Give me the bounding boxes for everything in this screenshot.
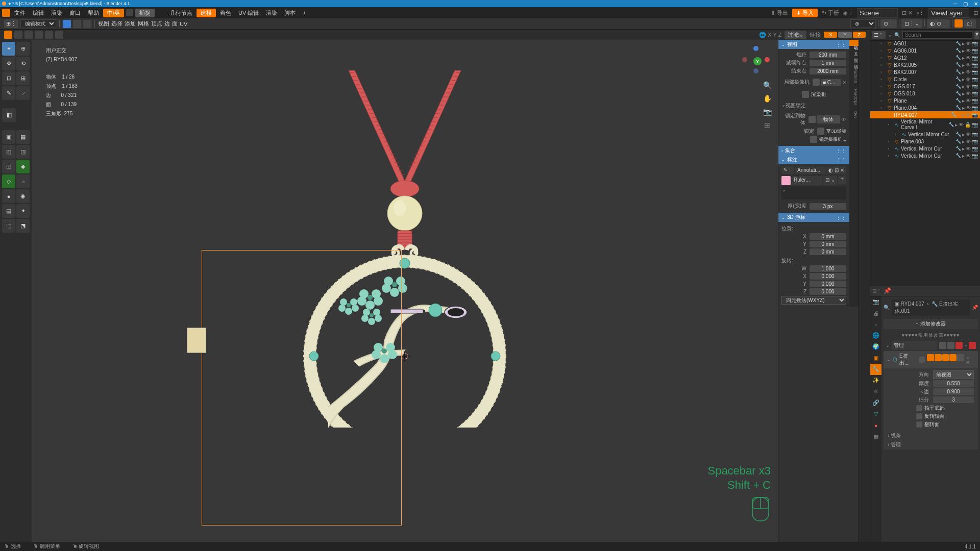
axis-y[interactable]: Y (838, 32, 851, 38)
tab-geo-nodes[interactable]: 几何节点 (167, 8, 195, 18)
orientation-select[interactable]: ⊕ (850, 19, 876, 28)
flip-face-checkbox[interactable] (916, 421, 922, 428)
outliner-item-ogs-017[interactable]: ›▽OGS.017🔧▸👁📷 (870, 83, 980, 90)
vtab-tool[interactable]: 工具 (849, 46, 859, 52)
outliner-item-vertical-mirror-cur[interactable]: ›∿Vertical Mirror Cur🔧▸👁📷 (870, 145, 980, 152)
mod-bevel[interactable]: 0.900 (933, 388, 974, 395)
vtab-mw[interactable]: Machin3 (849, 64, 859, 86)
ptab-viewlayer[interactable]: ▫ (870, 319, 881, 330)
poly-build-tool[interactable]: ◇ (2, 174, 15, 188)
tab-modeling[interactable]: 建模 (197, 9, 216, 17)
scene-input[interactable] (857, 8, 898, 18)
extrude-alt-tool[interactable]: ▦ (16, 130, 30, 144)
gizmo-x[interactable] (765, 57, 770, 62)
cursor-ry[interactable]: 0.000 (810, 281, 846, 287)
mod-link-icon[interactable] (919, 357, 925, 363)
overlay-btn-5[interactable] (45, 31, 53, 39)
gizmo-neg-z[interactable] (753, 68, 758, 73)
gizmo-neg-x[interactable] (742, 57, 747, 62)
mgr-btn-4[interactable] (969, 342, 976, 349)
mgr-btn-3[interactable] (955, 342, 963, 349)
header-face[interactable]: 面 (172, 20, 178, 28)
flat-bottom-checkbox[interactable] (916, 405, 922, 411)
menu-edit[interactable]: 编辑 (30, 8, 47, 18)
props-pin-icon[interactable]: 📌 (884, 287, 891, 294)
vtab-edit[interactable]: 编辑 (849, 58, 859, 64)
viewlayer-new-icon[interactable]: ⊡ (973, 10, 978, 16)
outliner-item-bxk2-007[interactable]: ›▽BXK2.007🔧▸👁📷 (870, 68, 980, 76)
cursor-rx[interactable]: 0.000 (810, 273, 846, 280)
pan-icon[interactable]: ✋ (763, 94, 772, 103)
props-editor-icon[interactable]: ⊡⋮ (872, 288, 881, 294)
menu-file[interactable]: 文件 (11, 8, 29, 18)
overlay-btn-3[interactable] (24, 31, 33, 39)
ptab-material[interactable]: ● (870, 420, 881, 431)
loopcut-tool[interactable]: ◫ (2, 160, 15, 173)
outliner-tree[interactable]: ›▽AG01🔧▸👁📷›▽AG06.001🔧▸👁📷›▽AG12🔧▸👁📷›▽BXK2… (870, 40, 980, 286)
shrink-tool[interactable]: ✦ (16, 204, 30, 218)
lock-3d-cursor-checkbox[interactable] (817, 128, 824, 135)
scale-tool[interactable]: ⊡ (2, 71, 15, 85)
mod-cage-icon[interactable] (949, 354, 957, 361)
collection-panel-header[interactable]: ›集合⋮⋮ (778, 146, 849, 155)
minimize-button[interactable]: ─ (953, 1, 957, 7)
mod-render-icon[interactable] (935, 354, 942, 361)
mod-sub-wireframe[interactable]: › 线条 (884, 431, 978, 440)
focal-length[interactable]: 200 mm (810, 52, 846, 58)
flip-axis-checkbox[interactable] (916, 413, 922, 419)
reference-image[interactable] (187, 328, 206, 353)
local-cam-checkbox[interactable] (813, 79, 820, 86)
cursor-x[interactable]: 0 mm (810, 233, 846, 240)
snap-toggle[interactable]: 捕捉 (135, 9, 155, 17)
outliner-item-vertical-mirror-curve-i[interactable]: ›∿Vertical Mirror Curve I🔧▸👁🔒📷 (870, 118, 980, 131)
ptab-scene[interactable]: 🌐 (870, 330, 881, 341)
header-vertex[interactable]: 顶点 (151, 20, 162, 28)
perspective-toggle-icon[interactable]: ⊞ (763, 120, 772, 130)
overlay-btn-1[interactable] (4, 31, 12, 39)
mod-sub-manage[interactable]: › 管理 (884, 440, 978, 449)
3d-viewport[interactable]: 用户正交 (7) RYD4.007 物体 1 / 26 顶点 1 / 183 边… (32, 40, 778, 542)
scene-icons[interactable]: ⊡ ✕ (902, 10, 913, 16)
mod-menu-icon[interactable]: ⌄ ✕ (966, 354, 975, 365)
rotation-mode-select[interactable]: 四元数法(WXYZ) (781, 296, 846, 305)
filter-button[interactable]: 过滤⌄ (785, 31, 806, 39)
ptab-render[interactable]: 📷 (870, 296, 881, 308)
outliner-item-ryd4-007[interactable]: ›▽RYD4.007🔧⬡▸👁📷 (870, 111, 980, 118)
cursor-rz[interactable]: 0.000 (810, 288, 846, 295)
maximize-button[interactable]: ▢ (963, 1, 968, 7)
outliner-search[interactable] (902, 31, 972, 39)
manual-button[interactable]: ↻ 手册 (822, 9, 839, 17)
menu-render[interactable]: 渲染 (48, 8, 65, 18)
mode-select[interactable]: 编辑模式 (20, 19, 56, 28)
editor-type-icon[interactable]: ⊞⋮ (4, 19, 18, 28)
ptab-texture[interactable]: ▦ (870, 431, 881, 442)
overlay-btn-2[interactable] (14, 31, 22, 39)
mod-subdiv[interactable]: 3 (933, 396, 974, 403)
outliner-item-vertical-mirror-cur[interactable]: ›∿Vertical Mirror Cur🔧▸👁📷 (870, 152, 980, 159)
vtab-hops[interactable]: HardOps (849, 86, 859, 108)
add-modifier-button[interactable]: +添加修改器 (884, 319, 978, 329)
mesh-edit-mode-icon[interactable] (954, 19, 963, 28)
tab-uv-edit[interactable]: UV 编辑 (235, 8, 262, 18)
rip-tool[interactable]: ⬔ (16, 219, 30, 233)
vtab-dev[interactable]: Dev (849, 108, 859, 121)
overlay-btn-4[interactable] (35, 31, 43, 39)
transform-tool[interactable]: ⊞ (16, 71, 30, 85)
nav-gizmo[interactable]: Y (742, 46, 773, 77)
clip-end[interactable]: 2000 mm (810, 68, 846, 74)
options-dropdown[interactable]: ⩍⋮ (964, 19, 976, 28)
viewlayer-dropdown-icon[interactable]: ▫⋮ (917, 10, 924, 16)
outliner-item-ag12[interactable]: ›▽AG12🔧▸👁📷 (870, 54, 980, 61)
manage-dropdown[interactable]: 管理 (892, 341, 937, 350)
annotation-unlink-icon[interactable]: ◐ ⊡ ✕ (826, 166, 846, 174)
bevel-tool[interactable]: ◳ (16, 145, 30, 159)
ptab-modifier[interactable]: 🔧 (870, 364, 881, 375)
outliner-item-ogs-018[interactable]: ›▽OGS.018🔧▸👁📷 (870, 90, 980, 97)
camera-view-icon[interactable]: 📷 (763, 107, 772, 116)
shear-tool[interactable]: ⬚ (2, 219, 15, 233)
annotation-thickness[interactable]: 3 px (810, 203, 846, 210)
ptab-constraint[interactable]: 🔗 (870, 397, 881, 409)
mod-editmode-icon[interactable] (942, 354, 949, 361)
mod-realtime-icon[interactable] (927, 354, 934, 361)
gizmo-y[interactable]: Y (753, 57, 762, 65)
